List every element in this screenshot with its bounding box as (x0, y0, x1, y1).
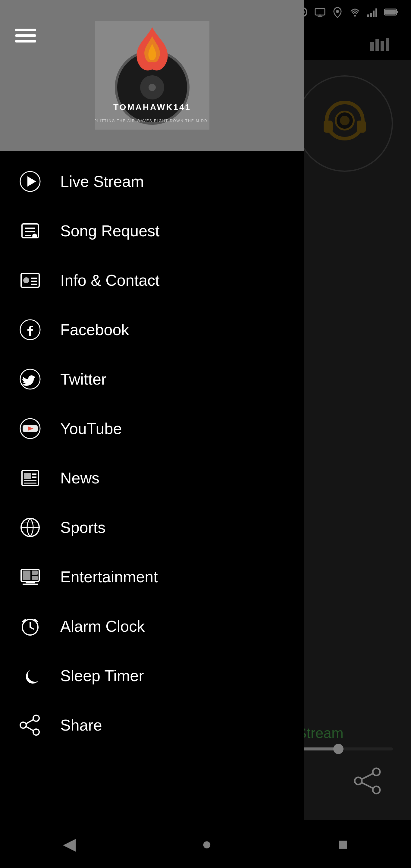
logo-graphic: TOMAHAWK141 SPLITTING THE AIR WAVES RIGH… (77, 15, 227, 135)
news-icon (18, 466, 42, 490)
svg-marker-41 (27, 176, 36, 187)
svg-rect-58 (24, 473, 31, 479)
menu-item-facebook[interactable]: Facebook (0, 305, 304, 354)
sports-label: Sports (60, 518, 105, 536)
alarm-icon (18, 614, 42, 638)
entertainment-label: Entertainment (60, 568, 158, 586)
menu-item-song-request[interactable]: Song Request (0, 206, 304, 255)
drawer-logo: TOMAHAWK141 SPLITTING THE AIR WAVES RIGH… (0, 0, 304, 151)
share-menu-icon (18, 713, 42, 737)
sleep-icon (18, 664, 42, 688)
facebook-label: Facebook (60, 321, 129, 339)
menu-item-news[interactable]: News (0, 453, 304, 503)
svg-line-81 (26, 720, 33, 724)
live-stream-label: Live Stream (60, 173, 144, 190)
youtube-icon (18, 416, 42, 441)
svg-point-48 (23, 277, 29, 283)
svg-rect-68 (23, 570, 30, 580)
svg-line-82 (26, 727, 33, 731)
menu-item-youtube[interactable]: YouTube (0, 404, 304, 453)
svg-text:TOMAHAWK141: TOMAHAWK141 (113, 102, 191, 112)
logo-container: TOMAHAWK141 SPLITTING THE AIR WAVES RIGH… (77, 15, 227, 135)
svg-line-75 (30, 627, 33, 629)
twitter-icon (18, 367, 42, 391)
menu-item-alarm-clock[interactable]: Alarm Clock (0, 601, 304, 651)
svg-rect-32 (15, 34, 36, 37)
logo-background: TOMAHAWK141 SPLITTING THE AIR WAVES RIGH… (0, 0, 304, 151)
menu-item-info-contact[interactable]: Info & Contact (0, 255, 304, 305)
drawer-menu: Live Stream Song Request (0, 151, 304, 820)
info-contact-icon (18, 268, 42, 292)
menu-item-sleep-timer[interactable]: Sleep Timer (0, 651, 304, 701)
music-request-icon (18, 219, 42, 243)
info-contact-label: Info & Contact (60, 271, 160, 289)
song-request-label: Song Request (60, 222, 160, 240)
menu-item-live-stream[interactable]: Live Stream (0, 157, 304, 206)
sports-icon (18, 516, 42, 539)
share-label: Share (60, 716, 102, 734)
facebook-icon (18, 318, 42, 342)
svg-point-80 (33, 729, 39, 735)
youtube-label: YouTube (60, 420, 122, 438)
entertainment-icon (18, 565, 42, 589)
menu-item-entertainment[interactable]: Entertainment (0, 552, 304, 601)
news-label: News (60, 469, 99, 487)
sleep-timer-label: Sleep Timer (60, 667, 144, 685)
svg-rect-31 (15, 29, 36, 31)
svg-text:SPLITTING THE AIR WAVES RIGHT : SPLITTING THE AIR WAVES RIGHT DOWN THE M… (95, 119, 210, 123)
play-icon (18, 169, 42, 193)
menu-item-share[interactable]: Share (0, 701, 304, 750)
hamburger-button[interactable] (15, 27, 36, 44)
twitter-label: Twitter (60, 370, 106, 388)
menu-item-twitter[interactable]: Twitter (0, 354, 304, 404)
svg-point-78 (33, 715, 39, 721)
svg-point-37 (149, 84, 156, 91)
navigation-drawer: TOMAHAWK141 SPLITTING THE AIR WAVES RIGH… (0, 0, 304, 820)
svg-rect-33 (15, 40, 36, 42)
svg-point-46 (32, 234, 37, 239)
svg-rect-70 (32, 576, 38, 580)
svg-point-79 (20, 722, 26, 728)
logo-svg: TOMAHAWK141 SPLITTING THE AIR WAVES RIGH… (95, 21, 210, 130)
menu-item-sports[interactable]: Sports (0, 503, 304, 552)
alarm-clock-label: Alarm Clock (60, 617, 145, 635)
hamburger-icon (15, 27, 36, 44)
svg-rect-69 (32, 570, 38, 575)
